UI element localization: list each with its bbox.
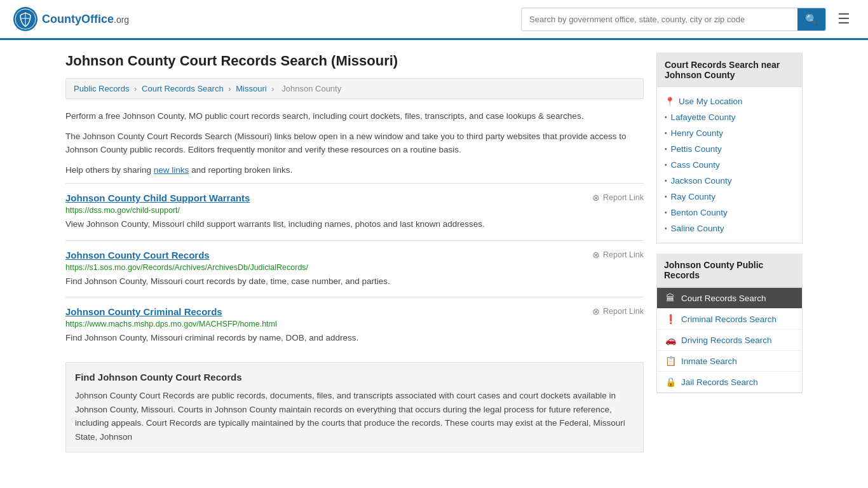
report-icon: ⊗: [592, 306, 600, 316]
dot-icon: •: [665, 225, 667, 232]
menu-button[interactable]: ☰: [832, 8, 855, 30]
description-1: Perform a free Johnson County, MO public…: [65, 109, 644, 123]
find-records-text: Johnson County Court Records are public …: [75, 389, 634, 444]
sidebar-nearby-body: 📍 Use My Location • Lafayette County • H…: [656, 86, 803, 243]
sidebar-nearby-header: Court Records Search near Johnson County: [656, 53, 803, 86]
page-title: Johnson County Court Records Search (Mis…: [65, 53, 644, 69]
new-links-link[interactable]: new links: [154, 165, 189, 175]
lock-icon: 🔒: [665, 377, 676, 387]
description-3: Help others by sharing new links and rep…: [65, 163, 644, 177]
result-1-report[interactable]: ⊗ Report Link: [592, 193, 644, 203]
dot-icon: •: [665, 130, 667, 137]
breadcrumb-court-records[interactable]: Court Records Search: [142, 84, 224, 93]
result-item: Johnson County Criminal Records ⊗ Report…: [65, 297, 644, 353]
result-3-report[interactable]: ⊗ Report Link: [592, 306, 644, 316]
court-icon: 🏛: [665, 293, 676, 303]
dot-icon: •: [665, 209, 667, 216]
sidebar-link-cass[interactable]: • Cass County: [665, 157, 794, 173]
header-right: 🔍 ☰: [521, 8, 855, 31]
description-2: The Johnson County Court Records Search …: [65, 130, 644, 157]
breadcrumb-missouri[interactable]: Missouri: [236, 84, 266, 93]
result-2-desc: Find Johnson County, Missouri court reco…: [65, 275, 644, 288]
result-2-report[interactable]: ⊗ Report Link: [592, 250, 644, 260]
criminal-icon: ❗: [665, 314, 676, 324]
find-records-section: Find Johnson County Court Records Johnso…: [65, 362, 644, 452]
sidebar-public-records-section: Johnson County Public Records 🏛 Court Re…: [656, 254, 803, 393]
dot-icon: •: [665, 161, 667, 168]
use-my-location-link[interactable]: 📍 Use My Location: [665, 93, 794, 109]
clipboard-icon: 📋: [665, 356, 676, 366]
nav-driving-records[interactable]: 🚗 Driving Records Search: [657, 330, 802, 351]
sidebar-link-henry[interactable]: • Henry County: [665, 125, 794, 141]
breadcrumb-johnson-county: Johnson County: [281, 84, 341, 93]
sidebar-nav-section: 🏛 Court Records Search ❗ Criminal Record…: [656, 287, 803, 393]
result-2-url[interactable]: https://s1.sos.mo.gov/Records/Archives/A…: [65, 263, 644, 272]
sidebar: Court Records Search near Johnson County…: [656, 53, 803, 452]
logo-icon: [13, 6, 38, 32]
sidebar-nearby-section: Court Records Search near Johnson County…: [656, 53, 803, 243]
result-1-title[interactable]: Johnson County Child Support Warrants: [65, 193, 250, 203]
result-item: Johnson County Child Support Warrants ⊗ …: [65, 183, 644, 240]
find-records-title: Find Johnson County Court Records: [75, 372, 634, 383]
sidebar-link-ray[interactable]: • Ray County: [665, 189, 794, 205]
nav-inmate-search[interactable]: 📋 Inmate Search: [657, 351, 802, 372]
result-2-title[interactable]: Johnson County Court Records: [65, 250, 210, 261]
result-3-url[interactable]: https://www.machs.mshp.dps.mo.gov/MACHSF…: [65, 320, 644, 329]
breadcrumb-public-records[interactable]: Public Records: [74, 84, 129, 93]
result-item: Johnson County Court Records ⊗ Report Li…: [65, 240, 644, 297]
sidebar-link-jackson[interactable]: • Jackson County: [665, 173, 794, 189]
sidebar-public-records-header: Johnson County Public Records: [656, 254, 803, 287]
breadcrumb: Public Records › Court Records Search › …: [65, 78, 644, 99]
result-3-title[interactable]: Johnson County Criminal Records: [65, 306, 222, 317]
result-3-desc: Find Johnson County, Missouri criminal r…: [65, 332, 644, 344]
result-1-desc: View Johnson County, Missouri child supp…: [65, 218, 644, 231]
report-icon: ⊗: [592, 193, 600, 203]
nav-jail-records[interactable]: 🔒 Jail Records Search: [657, 372, 802, 393]
car-icon: 🚗: [665, 335, 676, 345]
dot-icon: •: [665, 114, 667, 121]
logo-text: CountyOffice.org: [42, 13, 129, 26]
search-bar: 🔍: [521, 8, 826, 31]
sidebar-link-benton[interactable]: • Benton County: [665, 205, 794, 220]
dot-icon: •: [665, 177, 667, 184]
sidebar-link-pettis[interactable]: • Pettis County: [665, 141, 794, 157]
dot-icon: •: [665, 193, 667, 200]
dot-icon: •: [665, 146, 667, 152]
header: CountyOffice.org 🔍 ☰: [0, 0, 868, 40]
nav-court-records[interactable]: 🏛 Court Records Search: [657, 288, 802, 309]
content-area: Johnson County Court Records Search (Mis…: [65, 53, 644, 452]
report-icon: ⊗: [592, 250, 600, 260]
search-input[interactable]: [522, 10, 797, 29]
main-container: Johnson County Court Records Search (Mis…: [53, 40, 815, 465]
result-1-url[interactable]: https://dss.mo.gov/child-support/: [65, 206, 644, 215]
sidebar-link-saline[interactable]: • Saline County: [665, 220, 794, 236]
sidebar-link-lafayette[interactable]: • Lafayette County: [665, 109, 794, 125]
nav-criminal-records[interactable]: ❗ Criminal Records Search: [657, 309, 802, 330]
pin-icon: 📍: [665, 97, 675, 106]
search-button[interactable]: 🔍: [797, 8, 825, 30]
logo-area: CountyOffice.org: [13, 6, 129, 32]
